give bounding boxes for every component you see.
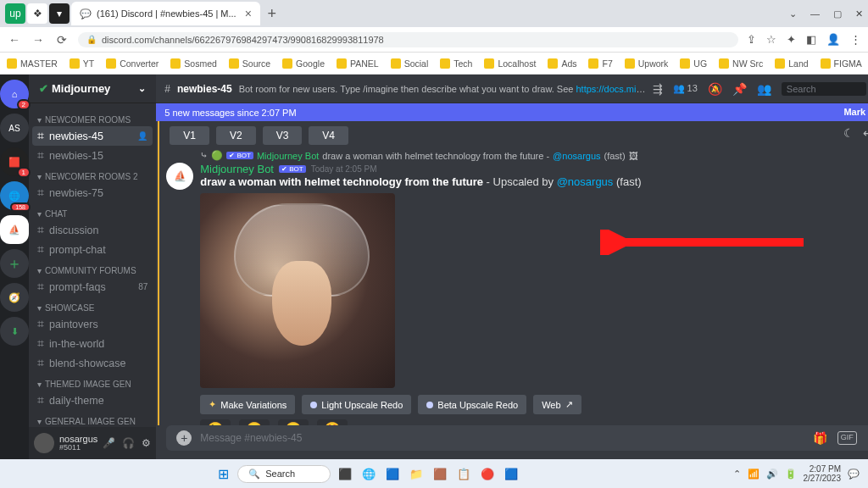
channel-newbies-15[interactable]: ⌗newbies-15 (32, 146, 153, 165)
bookmark-figma[interactable]: FIGMA (821, 58, 862, 69)
guild-flag[interactable]: 🟥1 (0, 147, 29, 176)
reaction-button[interactable]: 😃 (278, 419, 309, 425)
variation-button-V2[interactable]: V2 (216, 126, 256, 145)
mute-icon[interactable]: 🎤 (103, 437, 115, 449)
tb-app-3[interactable]: 🟦 (383, 464, 402, 483)
channel-prompt-chat[interactable]: ⌗prompt-chat (32, 240, 153, 259)
add-server-button[interactable]: ＋ (0, 249, 29, 278)
category-header[interactable]: ▾ Newcomer Rooms 2 (32, 165, 153, 183)
category-header[interactable]: ▾ General Image Gen (32, 410, 153, 427)
active-tab[interactable]: 💬 (161) Discord | #newbies-45 | M... × (71, 2, 260, 25)
tb-chrome[interactable]: 🔴 (478, 464, 497, 483)
category-header[interactable]: ▾ Chat (32, 202, 153, 220)
close-tab-icon[interactable]: × (245, 7, 252, 20)
pinned-icon[interactable]: 📌 (732, 82, 747, 96)
url-input[interactable]: 🔒 discord.com/channels/66226797698429747… (78, 32, 738, 47)
channel-discussion[interactable]: ⌗discussion (32, 220, 153, 240)
generated-image[interactable] (200, 193, 395, 388)
channel-daily-theme[interactable]: ⌗daily-theme (32, 391, 153, 410)
reply-reference[interactable]: ⤷ 🟢 ✔ BOT Midjourney Bot draw a woman wi… (200, 150, 868, 161)
settings-icon[interactable]: ⚙ (142, 437, 151, 449)
explore-servers-button[interactable]: 🧭 (0, 283, 29, 312)
gift-icon[interactable]: 🎁 (813, 431, 827, 445)
channel-in-the-world[interactable]: ⌗in-the-world (32, 334, 153, 353)
bookmark-tech[interactable]: Tech (440, 58, 472, 69)
guild-globe[interactable]: 🌐158 (0, 181, 29, 210)
channel-blend-showcase[interactable]: ⌗blend-showcase (32, 353, 153, 373)
bookmark-ads[interactable]: Ads (548, 58, 576, 69)
tray-chevron-icon[interactable]: ⌃ (733, 469, 741, 480)
attach-icon[interactable]: + (176, 430, 192, 446)
chevron-down-icon[interactable]: ⌄ (789, 8, 797, 19)
variation-button-V4[interactable]: V4 (309, 126, 348, 145)
bookmark-converter[interactable]: Converter (106, 58, 159, 69)
channel-prompt-faqs[interactable]: ⌗prompt-faqs87 (32, 277, 153, 297)
maximize-icon[interactable]: ▢ (833, 8, 842, 19)
bookmark-social[interactable]: Social (391, 58, 429, 69)
guild-midjourney[interactable]: ⛵ (0, 215, 29, 244)
reply-icon[interactable]: ↩ (863, 126, 868, 140)
notification-icon[interactable]: 🔕 (708, 82, 722, 96)
message-author[interactable]: Midjourney Bot (200, 163, 274, 175)
back-icon[interactable]: ← (7, 33, 22, 47)
variation-button-V1[interactable]: V1 (170, 126, 209, 145)
user-avatar[interactable] (34, 433, 54, 453)
tb-edge[interactable]: 🌐 (359, 464, 378, 483)
tb-app-6[interactable]: 📋 (454, 464, 473, 483)
category-header[interactable]: ▾ Themed Image Gen (32, 373, 153, 391)
search-input[interactable]: Search (782, 82, 866, 96)
reload-icon[interactable]: ⟳ (54, 33, 70, 47)
members-icon[interactable]: 👥 (757, 82, 771, 96)
sidepanel-icon[interactable]: ◧ (806, 33, 816, 46)
bookmark-sosmed[interactable]: Sosmed (170, 58, 217, 69)
category-header[interactable]: ▾ Showcase (32, 297, 153, 314)
category-header[interactable]: ▾ Community Forums (32, 259, 153, 277)
bookmark-land[interactable]: Land (775, 58, 808, 69)
tab-icon-1[interactable]: up (5, 3, 25, 24)
message-input[interactable]: + Message #newbies-45 🎁 GIF 🗒 😊 (166, 425, 868, 451)
reaction-icon[interactable]: ☾ (843, 126, 854, 140)
bookmark-localhost[interactable]: Localhost (484, 58, 536, 69)
tb-app-1[interactable]: ⬛ (336, 464, 354, 483)
tb-explorer[interactable]: 📁 (407, 464, 426, 483)
mention[interactable]: @nosargus (557, 175, 614, 188)
profile-icon[interactable]: 👤 (826, 33, 840, 46)
tb-app-5[interactable]: 🟫 (431, 464, 449, 483)
action-button[interactable]: Web ↗ (533, 395, 581, 414)
menu-icon[interactable]: ⋮ (850, 33, 861, 46)
reaction-button[interactable]: 😉 (200, 419, 231, 425)
bookmark-panel[interactable]: PANEL (337, 58, 379, 69)
threads-icon[interactable]: ⇶ (653, 82, 663, 96)
bookmark-upwork[interactable]: Upwork (625, 58, 669, 69)
wifi-icon[interactable]: 📶 (748, 469, 760, 480)
bookmark-master[interactable]: MASTER (7, 58, 58, 69)
download-apps-button[interactable]: ⬇ (0, 317, 29, 346)
volume-icon[interactable]: 🔊 (766, 469, 778, 480)
deafen-icon[interactable]: 🎧 (122, 437, 135, 449)
bookmark-google[interactable]: Google (282, 58, 325, 69)
notifications-icon[interactable]: 💬 (848, 469, 860, 480)
bookmark-yt[interactable]: YT (70, 58, 94, 69)
share-icon[interactable]: ⇪ (747, 33, 756, 46)
guild-as[interactable]: AS (0, 114, 29, 142)
tab-icon-3[interactable]: ▾ (49, 3, 70, 24)
channel-paintovers[interactable]: ⌗paintovers (32, 314, 153, 334)
battery-icon[interactable]: 🔋 (785, 469, 797, 480)
channel-newbies-75[interactable]: ⌗newbies-75 (32, 183, 153, 202)
reaction-button[interactable]: 😑 (239, 419, 270, 425)
new-tab-button[interactable]: + (262, 5, 282, 23)
topic-link[interactable]: https://docs.midjourn... (576, 84, 646, 94)
server-header[interactable]: ✔ Midjourney ⌄ (29, 75, 156, 103)
start-button[interactable]: ⊞ (214, 464, 232, 483)
close-window-icon[interactable]: ✕ (855, 8, 863, 19)
bookmark-f7[interactable]: F7 (588, 58, 612, 69)
tab-icon-2[interactable]: ❖ (27, 3, 47, 24)
gif-icon[interactable]: GIF (837, 431, 857, 445)
bookmark-nw src[interactable]: NW Src (719, 58, 763, 69)
action-button[interactable]: Beta Upscale Redo (418, 395, 526, 414)
reaction-button[interactable]: 😍 (317, 419, 348, 425)
taskbar-search[interactable]: 🔍 Search (237, 465, 331, 483)
star-icon[interactable]: ☆ (766, 33, 776, 46)
channel-newbies-45[interactable]: ⌗newbies-45👤 (32, 126, 153, 146)
new-messages-banner[interactable]: 5 new messages since 2:07 PM Mark As Rea… (156, 103, 868, 121)
